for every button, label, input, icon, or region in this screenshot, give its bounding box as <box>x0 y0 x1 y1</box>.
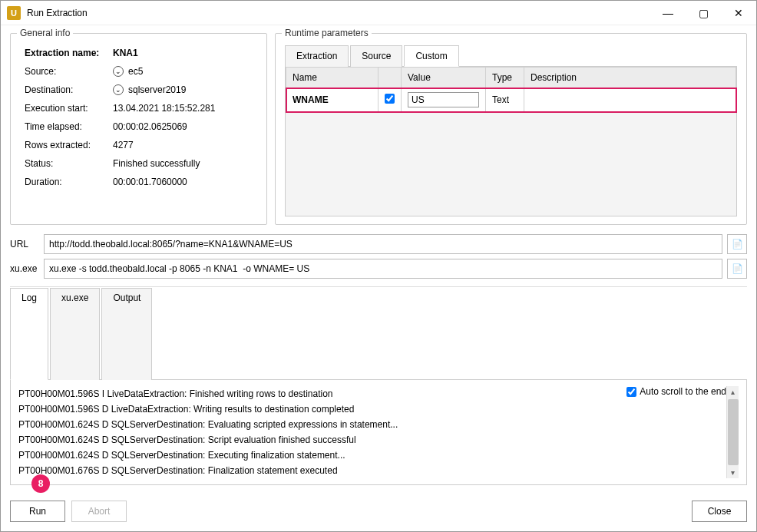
footer: Run Abort Close <box>1 493 756 531</box>
log-line: PT00H00M01.624S D SQLServerDestination: … <box>18 448 603 463</box>
value-source[interactable]: ⌄ ec5 <box>113 66 253 77</box>
scroll-down-icon[interactable]: ▾ <box>731 467 735 478</box>
close-button[interactable]: Close <box>692 501 747 522</box>
log-tab-log[interactable]: Log <box>10 288 48 380</box>
copy-icon: 📄 <box>732 263 743 274</box>
close-window-button[interactable]: ✕ <box>721 1 756 25</box>
param-table: Name Value Type Description WNAME <box>286 67 736 112</box>
value-destination[interactable]: ⌄ sqlserver2019 <box>113 84 253 95</box>
destination-text: sqlserver2019 <box>128 84 186 95</box>
value-extraction-name: KNA1 <box>113 48 253 58</box>
value-rows-extracted: 4277 <box>113 140 253 150</box>
param-row-wname[interactable]: WNAME Text <box>286 88 736 112</box>
label-status: Status: <box>25 158 113 169</box>
copy-exe-button[interactable]: 📄 <box>727 259 747 279</box>
log-section: Log xu.exe Output PT00H00M01.596S I Live… <box>10 286 747 485</box>
log-line: PT00H00M01.676S D SQLServerDestination: … <box>18 463 603 478</box>
runtime-parameters-group: Runtime parameters Extraction Source Cus… <box>275 33 747 225</box>
maximize-button[interactable]: ▢ <box>686 1 721 25</box>
value-time-elapsed: 00:00:02.0625069 <box>113 121 253 132</box>
label-extraction-name: Extraction name: <box>25 48 113 58</box>
log-lines: PT00H00M01.596S I LiveDataExtraction: Fi… <box>18 386 603 478</box>
general-info-legend: General info <box>17 28 73 38</box>
log-body: PT00H00M01.596S I LiveDataExtraction: Fi… <box>10 380 747 485</box>
url-input[interactable] <box>44 234 722 254</box>
param-table-container: Name Value Type Description WNAME <box>285 67 737 216</box>
exe-label: xu.exe <box>10 263 39 274</box>
label-rows-extracted: Rows extracted: <box>25 140 113 150</box>
param-type: Text <box>486 88 524 112</box>
abort-button: Abort <box>71 501 127 522</box>
general-info-group: General info Extraction name: KNA1 Sourc… <box>10 33 267 225</box>
exe-row: xu.exe 📄 <box>10 259 747 279</box>
tab-extraction[interactable]: Extraction <box>285 45 349 67</box>
log-tabs: Log xu.exe Output <box>10 287 747 380</box>
log-scrollbar[interactable]: ▴ ▾ <box>726 386 739 478</box>
runtime-tabs: Extraction Source Custom <box>285 45 737 67</box>
window-title: Run Extraction <box>27 8 650 18</box>
annotation-badge-8: 8 <box>31 474 50 493</box>
value-duration: 00:00:01.7060000 <box>113 177 253 187</box>
param-description <box>524 88 736 112</box>
label-source: Source: <box>25 66 113 77</box>
app-icon: U <box>7 6 21 20</box>
autoscroll-label: Auto scroll to the end <box>640 386 726 397</box>
param-enabled-checkbox[interactable] <box>385 94 395 104</box>
exe-input[interactable] <box>44 259 722 279</box>
autoscroll-toggle[interactable]: Auto scroll to the end <box>626 386 726 397</box>
chevron-down-icon: ⌄ <box>113 84 124 95</box>
value-execution-start: 13.04.2021 18:15:52.281 <box>113 103 253 114</box>
value-status: Finished successfully <box>113 158 253 169</box>
col-name[interactable]: Name <box>286 68 378 88</box>
runtime-legend: Runtime parameters <box>282 28 372 38</box>
log-tab-output[interactable]: Output <box>101 288 152 380</box>
log-line: PT00H00M01.624S D SQLServerDestination: … <box>18 417 603 432</box>
col-description[interactable]: Description <box>524 68 736 88</box>
log-line: PT00H00M01.624S D SQLServerDestination: … <box>18 432 603 448</box>
copy-url-button[interactable]: 📄 <box>727 234 747 254</box>
param-value-input[interactable] <box>408 92 479 107</box>
scroll-thumb[interactable] <box>728 399 739 465</box>
run-button[interactable]: Run <box>10 501 65 522</box>
log-line: PT00H00M01.596S D LiveDataExtraction: Wr… <box>18 401 603 417</box>
url-row: URL 📄 <box>10 234 747 254</box>
label-destination: Destination: <box>25 84 113 95</box>
tab-custom[interactable]: Custom <box>404 45 458 67</box>
log-line: PT00H00M01.596S I LiveDataExtraction: Fi… <box>18 386 603 401</box>
minimize-button[interactable]: — <box>650 1 686 25</box>
source-text: ec5 <box>128 66 143 77</box>
run-extraction-window: U Run Extraction — ▢ ✕ General info Extr… <box>0 0 757 532</box>
label-time-elapsed: Time elapsed: <box>25 121 113 132</box>
param-name: WNAME <box>286 88 378 112</box>
copy-icon: 📄 <box>732 239 743 249</box>
chevron-down-icon: ⌄ <box>113 66 124 77</box>
label-execution-start: Execution start: <box>25 103 113 114</box>
label-duration: Duration: <box>25 177 113 187</box>
autoscroll-checkbox[interactable] <box>626 387 636 397</box>
titlebar: U Run Extraction — ▢ ✕ <box>1 1 756 25</box>
col-value[interactable]: Value <box>402 68 486 88</box>
col-check[interactable] <box>378 68 402 88</box>
scroll-up-icon[interactable]: ▴ <box>731 386 735 398</box>
col-type[interactable]: Type <box>486 68 524 88</box>
url-label: URL <box>10 239 39 249</box>
log-tab-xuexe[interactable]: xu.exe <box>50 288 100 380</box>
tab-source[interactable]: Source <box>350 45 402 67</box>
